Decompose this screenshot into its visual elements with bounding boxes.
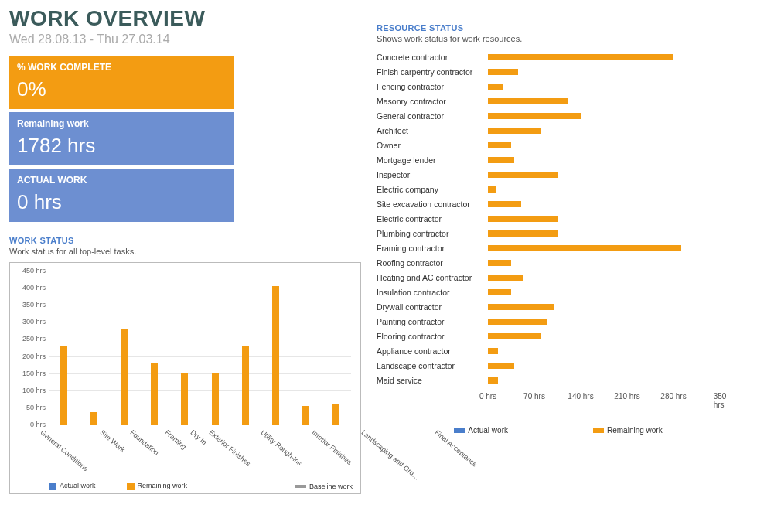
resource-row: Landscape contractor bbox=[377, 358, 740, 373]
bar bbox=[181, 373, 188, 425]
resource-row: Owner bbox=[377, 138, 740, 152]
y-tick: 50 hrs bbox=[13, 404, 46, 411]
card-label: ACTUAL WORK bbox=[17, 175, 226, 186]
bar bbox=[488, 319, 547, 325]
bar bbox=[488, 142, 511, 148]
resource-label: Roofing contractor bbox=[377, 258, 486, 268]
legend-remaining: Remaining work bbox=[607, 426, 663, 435]
bar bbox=[488, 348, 498, 354]
y-tick: 150 hrs bbox=[13, 370, 46, 377]
resource-status-axis: 0 hrs70 hrs140 hrs210 hrs280 hrs350 hrs bbox=[488, 392, 720, 404]
resource-label: Architect bbox=[377, 126, 486, 135]
bar-group bbox=[169, 271, 199, 425]
resource-row: Electric company bbox=[377, 182, 740, 196]
legend-actual: Actual work bbox=[60, 482, 96, 489]
work-status-chart: 0 hrs50 hrs100 hrs150 hrs200 hrs250 hrs3… bbox=[9, 262, 361, 494]
legend-remaining: Remaining work bbox=[138, 482, 188, 489]
legend-baseline: Baseline work bbox=[309, 483, 353, 490]
bar bbox=[488, 377, 498, 384]
resource-row: Site excavation contractor bbox=[377, 196, 740, 211]
resource-label: Drywall contractor bbox=[377, 302, 486, 312]
bar bbox=[121, 329, 128, 425]
card-remaining-work: Remaining work 1782 hrs bbox=[9, 112, 234, 165]
resource-row: Plumbing contractor bbox=[377, 226, 740, 240]
resource-row: Electric contractor bbox=[377, 211, 740, 226]
y-tick: 100 hrs bbox=[13, 387, 46, 394]
bar bbox=[488, 172, 558, 178]
resource-label: Maid service bbox=[377, 376, 486, 385]
resource-label: Heating and AC contractor bbox=[377, 273, 486, 282]
bar bbox=[488, 98, 568, 104]
resource-label: Appliance contractor bbox=[377, 346, 486, 356]
resource-row: Roofing contractor bbox=[377, 255, 740, 270]
resource-row: Fencing contractor bbox=[377, 79, 740, 94]
bar-group bbox=[139, 271, 169, 425]
resource-label: Framing contractor bbox=[377, 244, 486, 253]
resource-label: Electric contractor bbox=[377, 214, 486, 223]
resource-row: Concrete contractor bbox=[377, 49, 740, 64]
bar bbox=[488, 245, 681, 251]
resource-label: Concrete contractor bbox=[377, 53, 486, 62]
resource-row: Appliance contractor bbox=[377, 343, 740, 358]
resource-label: Inspector bbox=[377, 170, 486, 179]
resource-row: Mortgage lender bbox=[377, 152, 740, 167]
y-tick: 250 hrs bbox=[13, 335, 46, 343]
resource-label: Landscape contractor bbox=[377, 361, 486, 370]
legend-actual: Actual work bbox=[468, 426, 508, 435]
bar bbox=[488, 304, 554, 310]
bar bbox=[488, 230, 558, 237]
y-tick: 450 hrs bbox=[13, 267, 46, 275]
resource-label: Plumbing contractor bbox=[377, 229, 486, 238]
card-label: % WORK COMPLETE bbox=[17, 62, 226, 73]
work-status-subtitle: Work status for all top-level tasks. bbox=[9, 247, 361, 256]
bar bbox=[488, 260, 511, 266]
resource-row: Inspector bbox=[377, 167, 740, 182]
card-label: Remaining work bbox=[17, 118, 226, 129]
bar bbox=[488, 69, 518, 75]
card-value: 0 hrs bbox=[17, 190, 226, 214]
bar bbox=[272, 286, 279, 425]
resource-row: Framing contractor bbox=[377, 240, 740, 255]
x-tick: 350 hrs bbox=[714, 392, 727, 409]
y-tick: 0 hrs bbox=[13, 421, 46, 428]
card-work-complete: % WORK COMPLETE 0% bbox=[9, 56, 234, 109]
resource-row: Finish carpentry contractor bbox=[377, 64, 740, 79]
bar bbox=[488, 201, 521, 207]
bar bbox=[488, 54, 673, 60]
bar bbox=[488, 275, 523, 281]
bar bbox=[302, 406, 309, 425]
bar-group bbox=[291, 271, 321, 425]
resource-label: Painting contractor bbox=[377, 317, 486, 326]
resource-label: Flooring contractor bbox=[377, 332, 486, 341]
card-actual-work: ACTUAL WORK 0 hrs bbox=[9, 169, 234, 222]
resource-row: Maid service bbox=[377, 373, 740, 387]
resource-row: Painting contractor bbox=[377, 314, 740, 329]
bar bbox=[488, 186, 496, 193]
card-value: 0% bbox=[17, 77, 226, 101]
bar-group bbox=[109, 271, 139, 425]
bar bbox=[60, 346, 67, 425]
bar bbox=[488, 289, 511, 295]
y-tick: 200 hrs bbox=[13, 353, 46, 360]
bar bbox=[488, 128, 541, 134]
bar-group bbox=[49, 271, 79, 425]
resource-status-subtitle: Shows work status for work resources. bbox=[377, 34, 740, 43]
bar bbox=[488, 157, 514, 163]
bar bbox=[90, 412, 97, 425]
resource-label: Site excavation contractor bbox=[377, 200, 486, 209]
resource-row: Flooring contractor bbox=[377, 329, 740, 343]
resource-status-title: RESOURCE STATUS bbox=[377, 23, 740, 32]
page-title: WORK OVERVIEW bbox=[9, 6, 361, 31]
resource-row: Heating and AC contractor bbox=[377, 270, 740, 285]
bar bbox=[488, 216, 558, 222]
y-tick: 350 hrs bbox=[13, 301, 46, 309]
bar bbox=[332, 404, 339, 425]
x-tick: 210 hrs bbox=[614, 392, 639, 401]
resource-row: Drywall contractor bbox=[377, 299, 740, 314]
bar-group bbox=[261, 271, 291, 425]
bar bbox=[488, 333, 541, 339]
resource-row: Architect bbox=[377, 123, 740, 138]
bar-group bbox=[199, 271, 230, 425]
card-value: 1782 hrs bbox=[17, 134, 226, 158]
resource-row: General contractor bbox=[377, 108, 740, 123]
